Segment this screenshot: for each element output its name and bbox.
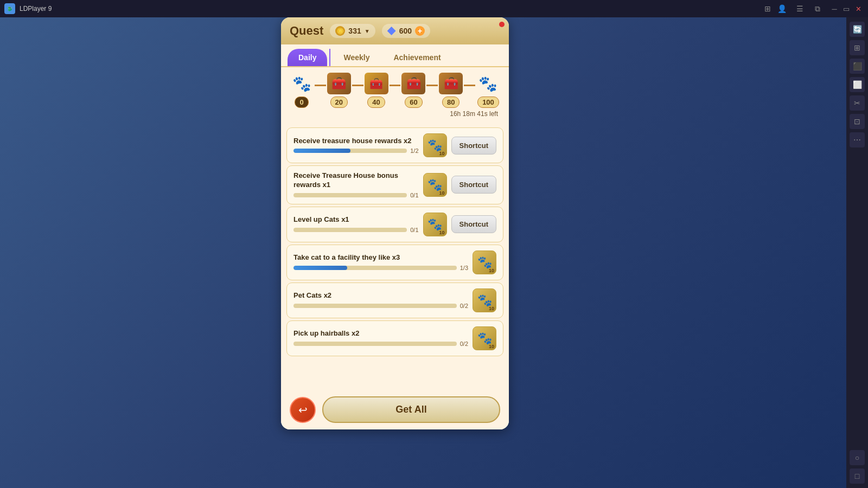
- milestone-icon-80: 🧰: [439, 73, 463, 94]
- quest-reward-2: 🐾10: [423, 213, 447, 236]
- reward-count-3: 10: [489, 268, 494, 273]
- quest-progress-bar-1: [293, 193, 407, 197]
- quest-progress-bar-2: [293, 228, 407, 232]
- tabs-container: Daily Weekly Achievement: [281, 44, 509, 67]
- coin-display: 🪙 331 ▼: [330, 24, 375, 38]
- get-all-button[interactable]: Get All: [322, 396, 500, 423]
- quest-title: Quest: [290, 24, 323, 38]
- add-gem-btn[interactable]: +: [415, 26, 425, 36]
- toolbar-icon-3[interactable]: ⬛: [850, 59, 865, 74]
- quest-progress-wrap-0: 1/2: [293, 147, 419, 154]
- quest-name-3: Take cat to a facility they like x3: [293, 253, 468, 262]
- quest-progress-wrap-1: 0/1: [293, 192, 419, 198]
- quest-progress-text-0: 1/2: [410, 147, 418, 154]
- quest-header: Quest 🪙 331 ▼ 600 +: [281, 17, 509, 44]
- quest-reward-3: 🐾10: [473, 251, 496, 274]
- reward-count-5: 10: [489, 344, 494, 349]
- toolbar-icon-6[interactable]: ⊡: [850, 114, 865, 129]
- quest-progress-wrap-2: 0/1: [293, 227, 419, 233]
- coin-arrow: ▼: [365, 28, 370, 34]
- quest-name-5: Pick up hairballs x2: [293, 329, 468, 338]
- quest-name-2: Level up Cats x1: [293, 215, 419, 224]
- timer-display: 16h 18m 41s left: [290, 110, 500, 118]
- quest-item-4: Pet Cats x20/2🐾10: [286, 282, 503, 318]
- reward-count-0: 10: [439, 151, 445, 156]
- restore-btn[interactable]: ▭: [841, 3, 852, 14]
- toolbar-icon-circle[interactable]: ○: [850, 450, 865, 465]
- quest-reward-5: 🐾10: [473, 326, 496, 350]
- shortcut-btn-2[interactable]: Shortcut: [451, 215, 496, 233]
- tab-divider-1: [329, 49, 330, 66]
- toolbar-icon-square[interactable]: □: [850, 468, 865, 484]
- toolbar-icon-1[interactable]: 🔄: [850, 22, 865, 37]
- reward-count-4: 10: [489, 306, 494, 311]
- quest-info-5: Pick up hairballs x20/2: [293, 329, 468, 347]
- quest-name-4: Pet Cats x2: [293, 291, 468, 300]
- quest-item-2: Level up Cats x10/1🐾10Shortcut: [286, 207, 503, 242]
- toolbar-icon-4[interactable]: ⬜: [850, 77, 865, 92]
- milestone-0: 🐾 0: [290, 73, 314, 108]
- quest-name-1: Receive Treasure House bonus rewards x1: [293, 171, 419, 190]
- close-btn[interactable]: ✕: [853, 3, 864, 14]
- multi-instance-icon[interactable]: ⊞: [761, 2, 774, 15]
- milestone-icon-100: 🐾: [476, 73, 500, 94]
- quest-progress-text-5: 0/2: [460, 341, 468, 347]
- quest-progress-text-3: 1/3: [460, 265, 468, 271]
- quest-info-2: Level up Cats x10/1: [293, 215, 419, 233]
- right-toolbar: 🔄 ⊞ ⬛ ⬜ ✂ ⊡ ⋯ ○ □: [846, 17, 868, 488]
- back-button[interactable]: ↩: [290, 397, 316, 423]
- app-title: LDPlayer 9: [20, 5, 52, 12]
- milestone-80: 🧰 80: [439, 73, 463, 108]
- quest-item-1: Receive Treasure House bonus rewards x10…: [286, 165, 503, 204]
- tab-achievement[interactable]: Achievement: [382, 49, 451, 66]
- milestone-icon-0: 🐾: [290, 73, 314, 94]
- toolbar-icon-5[interactable]: ✂: [850, 95, 865, 111]
- coin-icon: 🪙: [335, 26, 345, 36]
- quest-progress-bar-0: [293, 149, 407, 153]
- quest-progress-bar-3: [293, 266, 457, 270]
- milestone-40: 🧰 40: [365, 73, 388, 108]
- quest-list: Receive treasure house rewards x21/2🐾10S…: [281, 123, 509, 400]
- toolbar-icon-7[interactable]: ⋯: [850, 132, 865, 147]
- notification-dot: [499, 22, 505, 27]
- milestone-num-60: 60: [405, 97, 422, 108]
- reward-count-2: 10: [439, 230, 445, 235]
- shortcut-btn-1[interactable]: Shortcut: [451, 176, 496, 194]
- menu-icon[interactable]: ☰: [793, 2, 806, 15]
- gem-icon: [387, 27, 396, 35]
- minimize-restore-icon[interactable]: ⧉: [811, 2, 824, 15]
- quest-info-4: Pet Cats x20/2: [293, 291, 468, 309]
- shortcut-btn-0[interactable]: Shortcut: [451, 137, 496, 155]
- quest-item-5: Pick up hairballs x20/2🐾10: [286, 320, 503, 356]
- quest-info-3: Take cat to a facility they like x31/3: [293, 253, 468, 271]
- quest-progress-bar-5: [293, 342, 457, 346]
- milestone-num-0: 0: [295, 97, 308, 108]
- tab-weekly[interactable]: Weekly: [333, 49, 380, 66]
- quest-progress-text-2: 0/1: [410, 227, 418, 233]
- quest-progress-text-1: 0/1: [410, 192, 418, 198]
- milestones-section: 🐾 0 🧰 20 🧰 40 🧰 60: [281, 67, 509, 123]
- quest-progress-text-4: 0/2: [460, 303, 468, 309]
- quest-progress-fill-3: [293, 266, 347, 270]
- quest-panel: Quest 🪙 331 ▼ 600 + Daily Weekly Achieve…: [281, 17, 509, 429]
- milestone-20: 🧰 20: [327, 73, 351, 108]
- tab-daily[interactable]: Daily: [288, 49, 327, 66]
- milestone-num-40: 40: [367, 97, 385, 108]
- toolbar-icon-2[interactable]: ⊞: [850, 40, 865, 55]
- account-icon[interactable]: 👤: [775, 2, 788, 15]
- milestone-icon-40: 🧰: [365, 73, 388, 94]
- quest-reward-0: 🐾10: [423, 133, 447, 157]
- coin-value: 331: [348, 27, 361, 35]
- quest-progress-wrap-4: 0/2: [293, 303, 468, 309]
- quest-name-0: Receive treasure house rewards x2: [293, 137, 419, 146]
- milestone-num-100: 100: [477, 97, 499, 108]
- milestone-icon-60: 🧰: [401, 73, 425, 94]
- quest-item-3: Take cat to a facility they like x31/3🐾1…: [286, 245, 503, 280]
- reward-count-1: 10: [439, 190, 445, 196]
- quest-progress-fill-0: [293, 149, 350, 153]
- milestones-row: 🐾 0 🧰 20 🧰 40 🧰 60: [290, 73, 500, 108]
- minimize-btn[interactable]: ─: [829, 3, 840, 14]
- titlebar: 🐉 LDPlayer 9 ⊞ 👤 ☰ ⧉ ─ ▭ ✕: [0, 0, 868, 17]
- quest-progress-bar-4: [293, 304, 457, 308]
- milestone-num-20: 20: [330, 97, 348, 108]
